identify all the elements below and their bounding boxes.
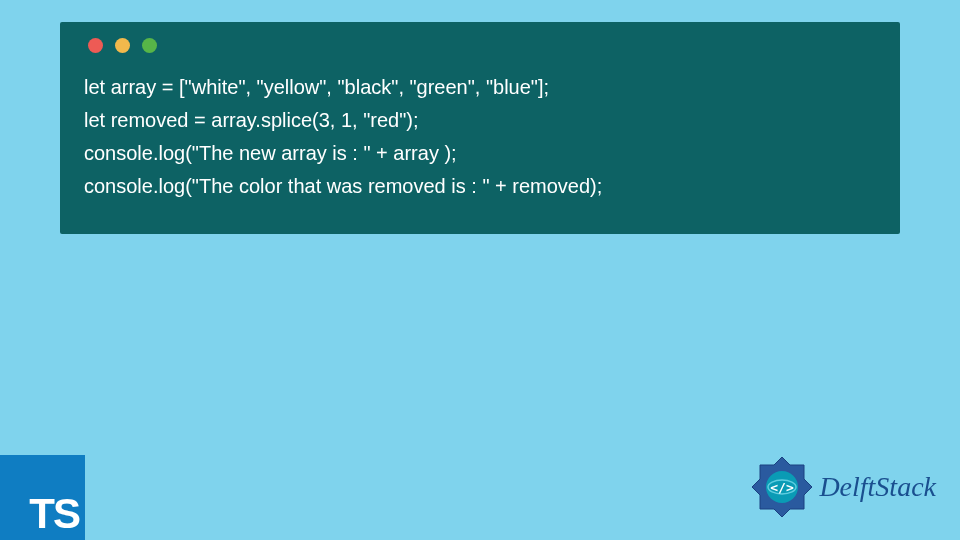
code-line: let array = ["white", "yellow", "black",… — [84, 71, 876, 104]
brand-name: DelftStack — [819, 471, 936, 503]
code-line: console.log("The new array is : " + arra… — [84, 137, 876, 170]
brand-logo: </> DelftStack — [749, 454, 936, 520]
code-line: console.log("The color that was removed … — [84, 170, 876, 203]
code-panel: let array = ["white", "yellow", "black",… — [60, 22, 900, 234]
close-icon — [88, 38, 103, 53]
maximize-icon — [142, 38, 157, 53]
minimize-icon — [115, 38, 130, 53]
window-controls — [88, 38, 876, 53]
delftstack-icon: </> — [749, 454, 815, 520]
typescript-badge: TS — [0, 455, 85, 540]
ts-badge-label: TS — [29, 490, 79, 538]
svg-text:</>: </> — [771, 480, 795, 495]
code-line: let removed = array.splice(3, 1, "red"); — [84, 104, 876, 137]
